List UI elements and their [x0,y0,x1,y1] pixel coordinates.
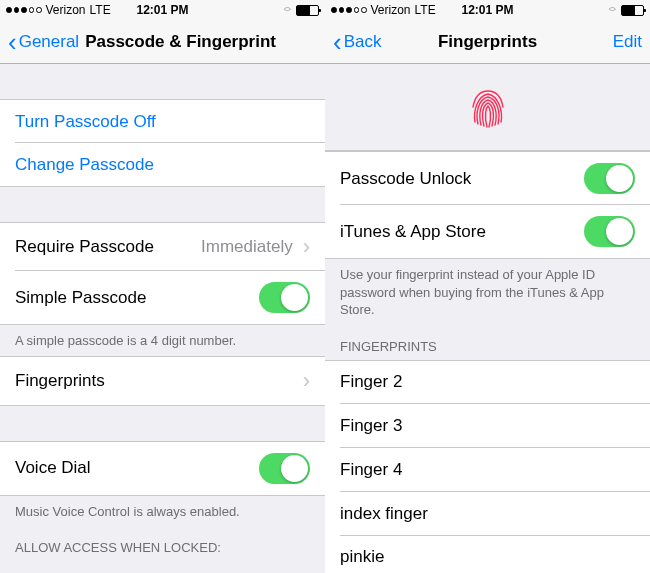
itunes-app-store-row: iTunes & App Store [325,205,650,259]
require-passcode-row[interactable]: Require Passcode Immediately › [0,222,325,271]
passcode-unlock-toggle[interactable] [584,163,635,194]
fingerprint-hero [325,64,650,151]
voice-dial-footer: Music Voice Control is always enabled. [0,496,325,527]
cell-label: Fingerprints [15,371,105,391]
fingerprints-row[interactable]: Fingerprints › [0,356,325,406]
signal-strength-icon [331,7,367,13]
bluetooth-icon: ⌔ [284,4,291,16]
status-bar: Verizon LTE 12:01 PM ⌔ [0,0,325,20]
right-screen: Verizon LTE 12:01 PM ⌔ ‹ Back Fingerprin… [325,0,650,573]
bluetooth-icon: ⌔ [609,4,616,16]
chevron-right-icon: › [303,368,310,394]
simple-passcode-footer: A simple passcode is a 4 digit number. [0,325,325,356]
network-type: LTE [90,3,111,17]
carrier-label: Verizon [46,3,86,17]
cell-label: Voice Dial [15,458,91,478]
itunes-toggle[interactable] [584,216,635,247]
cell-value: Immediately [201,237,293,257]
voice-dial-group: Voice Dial [0,441,325,496]
fingerprints-header: Fingerprints [325,325,650,360]
simple-passcode-toggle[interactable] [259,282,310,313]
status-time: 12:01 PM [136,3,188,17]
fingerprint-icon [463,82,513,132]
allow-access-header: Allow Access When Locked: [0,526,325,561]
cell-label: iTunes & App Store [340,222,486,242]
left-screen: Verizon LTE 12:01 PM ⌔ ‹ General Passcod… [0,0,325,573]
fingerprint-row[interactable]: Finger 2 [325,360,650,404]
cell-label: index finger [340,504,428,524]
use-fingerprint-group: Passcode Unlock iTunes & App Store [325,151,650,259]
change-passcode-button[interactable]: Change Passcode [0,143,325,187]
content: Passcode Unlock iTunes & App Store Use y… [325,64,650,573]
status-time: 12:01 PM [461,3,513,17]
content: Turn Passcode Off Change Passcode Requir… [0,64,325,573]
cell-label: Finger 3 [340,416,402,436]
fingerprint-row[interactable]: Finger 4 [325,448,650,492]
fingerprint-row[interactable]: Finger 3 [325,404,650,448]
cell-label: Finger 2 [340,372,402,392]
fingerprints-list: Finger 2 Finger 3 Finger 4 index finger … [325,360,650,573]
battery-icon [296,5,319,16]
edit-button[interactable]: Edit [613,32,642,52]
fingerprint-row[interactable]: pinkie [325,536,650,573]
carrier-label: Verizon [371,3,411,17]
page-title: Fingerprints [438,32,537,52]
cell-label: Finger 4 [340,460,402,480]
chevron-right-icon: › [303,234,310,260]
signal-strength-icon [6,7,42,13]
back-button[interactable]: ‹ Back [333,29,381,55]
chevron-left-icon: ‹ [8,29,17,55]
cell-label: Simple Passcode [15,288,146,308]
cell-label: Require Passcode [15,237,154,257]
itunes-footer: Use your fingerprint instead of your App… [325,259,650,325]
nav-bar: ‹ Back Fingerprints Edit [325,20,650,64]
passcode-settings-group: Require Passcode Immediately › Simple Pa… [0,222,325,325]
voice-dial-row: Voice Dial [0,441,325,496]
chevron-left-icon: ‹ [333,29,342,55]
cell-label: Change Passcode [15,155,154,175]
back-label: General [19,32,79,52]
back-label: Back [344,32,382,52]
voice-dial-toggle[interactable] [259,453,310,484]
cell-label: Passcode Unlock [340,169,471,189]
passcode-unlock-row: Passcode Unlock [325,151,650,205]
cell-label: pinkie [340,547,384,567]
simple-passcode-row: Simple Passcode [0,271,325,325]
cell-label: Turn Passcode Off [15,112,156,132]
network-type: LTE [415,3,436,17]
fingerprints-group: Fingerprints › [0,356,325,406]
battery-icon [621,5,644,16]
passcode-actions-group: Turn Passcode Off Change Passcode [0,99,325,187]
status-bar: Verizon LTE 12:01 PM ⌔ [325,0,650,20]
page-title: Passcode & Fingerprint [85,32,276,52]
fingerprint-row[interactable]: index finger [325,492,650,536]
nav-bar: ‹ General Passcode & Fingerprint [0,20,325,64]
back-button[interactable]: ‹ General [8,29,79,55]
turn-passcode-off-button[interactable]: Turn Passcode Off [0,99,325,143]
